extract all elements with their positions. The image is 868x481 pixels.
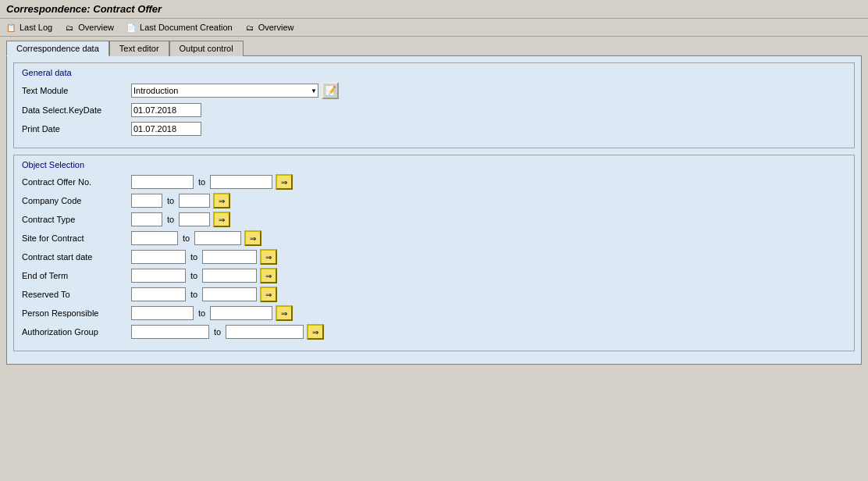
contract-offer-no-range-btn[interactable]: ⇒ xyxy=(276,174,293,190)
contract-type-label: Contract Type xyxy=(22,215,131,224)
company-code-to[interactable] xyxy=(179,194,210,208)
toolbar: 📋 Last Log 🗂 Overview 📄 Last Document Cr… xyxy=(0,19,868,37)
range-arrow-icon: ⇒ xyxy=(281,178,287,187)
contract-offer-no-from[interactable] xyxy=(131,175,194,189)
person-responsible-range-btn[interactable]: ⇒ xyxy=(276,305,293,321)
main-content: General data Text Module Introduction ▼ … xyxy=(6,55,862,365)
contract-type-row: Contract Type to ⇒ xyxy=(22,212,846,227)
contract-type-range-btn[interactable]: ⇒ xyxy=(213,212,230,227)
to-label-1: to xyxy=(198,177,205,187)
range-arrow-icon-9: ⇒ xyxy=(312,328,318,337)
end-of-term-to[interactable] xyxy=(202,269,257,283)
range-arrow-icon-6: ⇒ xyxy=(265,272,272,280)
company-code-from[interactable] xyxy=(131,194,162,208)
text-module-controls: Introduction ▼ 📝 xyxy=(131,82,339,99)
range-arrow-icon-7: ⇒ xyxy=(265,290,272,299)
end-of-term-range-btn[interactable]: ⇒ xyxy=(260,268,277,283)
person-responsible-label: Person Responsible xyxy=(22,308,131,318)
object-selection-panel: Object Selection Contract Offer No. to ⇒… xyxy=(13,155,855,351)
site-contract-range-btn[interactable]: ⇒ xyxy=(244,230,261,246)
range-arrow-icon-3: ⇒ xyxy=(219,216,225,224)
data-select-keydate-label: Data Select.KeyDate xyxy=(22,105,131,115)
print-date-row: Print Date xyxy=(22,121,846,137)
authorization-group-range-btn[interactable]: ⇒ xyxy=(307,324,324,340)
title-bar: Correspondence: Contract Offer xyxy=(0,0,868,19)
toolbar-lastdoc-label: Last Document Creation xyxy=(140,23,233,32)
contract-start-date-to[interactable] xyxy=(202,250,257,264)
tab-text-editor[interactable]: Text editor xyxy=(109,41,169,56)
end-of-term-from[interactable] xyxy=(131,269,186,283)
end-of-term-row: End of Term to ⇒ xyxy=(22,268,846,283)
reserved-to-row: Reserved To to ⇒ xyxy=(22,287,846,302)
range-arrow-icon-5: ⇒ xyxy=(265,253,272,262)
text-module-dropdown-wrapper: Introduction ▼ xyxy=(131,84,318,98)
tabs-container: Correspondence data Text editor Output c… xyxy=(0,37,868,55)
range-arrow-icon-8: ⇒ xyxy=(281,309,287,318)
site-contract-to[interactable] xyxy=(194,231,241,245)
toolbar-item-overview2[interactable]: 🗂 Overview xyxy=(244,21,294,34)
to-label-3: to xyxy=(167,215,174,224)
toolbar-overview1-label: Overview xyxy=(78,23,114,32)
title-text: Correspondence: Contract Offer xyxy=(6,3,162,15)
authorization-group-label: Authorization Group xyxy=(22,327,131,337)
contract-start-date-label: Contract start date xyxy=(22,252,131,262)
log-icon: 📋 xyxy=(5,21,17,34)
range-arrow-icon-2: ⇒ xyxy=(219,197,225,205)
to-label-8: to xyxy=(198,308,205,318)
text-module-dropdown[interactable]: Introduction xyxy=(131,84,318,98)
authorization-group-row: Authorization Group to ⇒ xyxy=(22,324,846,340)
reserved-to-to[interactable] xyxy=(202,287,257,301)
contract-offer-no-label: Contract Offer No. xyxy=(22,177,131,187)
toolbar-lastlog-label: Last Log xyxy=(20,23,52,32)
text-module-label: Text Module xyxy=(22,86,131,95)
contract-start-date-row: Contract start date to ⇒ xyxy=(22,249,846,265)
end-of-term-label: End of Term xyxy=(22,271,131,280)
to-label-2: to xyxy=(167,196,174,205)
reserved-to-from[interactable] xyxy=(131,287,186,301)
tab-correspondence-data[interactable]: Correspondence data xyxy=(6,41,109,56)
contract-type-to[interactable] xyxy=(179,212,210,226)
toolbar-item-lastdoc[interactable]: 📄 Last Document Creation xyxy=(125,21,233,34)
print-date-label: Print Date xyxy=(22,124,131,134)
text-module-edit-button[interactable]: 📝 xyxy=(322,82,339,99)
reserved-to-label: Reserved To xyxy=(22,290,131,299)
toolbar-item-lastlog[interactable]: 📋 Last Log xyxy=(5,21,52,34)
authorization-group-from[interactable] xyxy=(131,325,209,339)
company-code-label: Company Code xyxy=(22,196,131,205)
contract-offer-no-to[interactable] xyxy=(210,175,272,189)
site-contract-label: Site for Contract xyxy=(22,233,131,243)
reserved-to-range-btn[interactable]: ⇒ xyxy=(260,287,277,302)
site-contract-row: Site for Contract to ⇒ xyxy=(22,230,846,246)
data-select-keydate-row: Data Select.KeyDate xyxy=(22,102,846,118)
person-responsible-from[interactable] xyxy=(131,306,194,320)
overview2-icon: 🗂 xyxy=(244,21,256,34)
person-responsible-to[interactable] xyxy=(210,306,272,320)
general-data-panel: General data Text Module Introduction ▼ … xyxy=(13,62,855,148)
contract-start-date-range-btn[interactable]: ⇒ xyxy=(260,249,277,265)
authorization-group-to[interactable] xyxy=(226,325,304,339)
doc-creation-icon: 📄 xyxy=(125,21,137,34)
to-label-4: to xyxy=(183,233,190,243)
data-select-keydate-input[interactable] xyxy=(131,103,201,117)
range-arrow-icon-4: ⇒ xyxy=(250,234,256,243)
to-label-5: to xyxy=(190,252,197,262)
company-code-range-btn[interactable]: ⇒ xyxy=(213,193,230,208)
text-module-row: Text Module Introduction ▼ 📝 xyxy=(22,82,846,99)
contract-start-date-from[interactable] xyxy=(131,250,186,264)
object-selection-title: Object Selection xyxy=(22,160,846,169)
company-code-row: Company Code to ⇒ xyxy=(22,193,846,208)
toolbar-overview2-label: Overview xyxy=(258,23,294,32)
to-label-9: to xyxy=(214,327,221,337)
print-date-input[interactable] xyxy=(131,122,201,136)
general-data-title: General data xyxy=(22,68,846,77)
site-contract-from[interactable] xyxy=(131,231,178,245)
edit-doc-icon: 📝 xyxy=(325,85,336,96)
tab-output-control[interactable]: Output control xyxy=(169,41,244,56)
to-label-7: to xyxy=(190,290,197,299)
contract-offer-no-row: Contract Offer No. to ⇒ xyxy=(22,174,846,190)
to-label-6: to xyxy=(190,271,197,280)
overview-icon: 🗂 xyxy=(63,21,76,34)
person-responsible-row: Person Responsible to ⇒ xyxy=(22,305,846,321)
contract-type-from[interactable] xyxy=(131,212,162,226)
toolbar-item-overview1[interactable]: 🗂 Overview xyxy=(63,21,114,34)
